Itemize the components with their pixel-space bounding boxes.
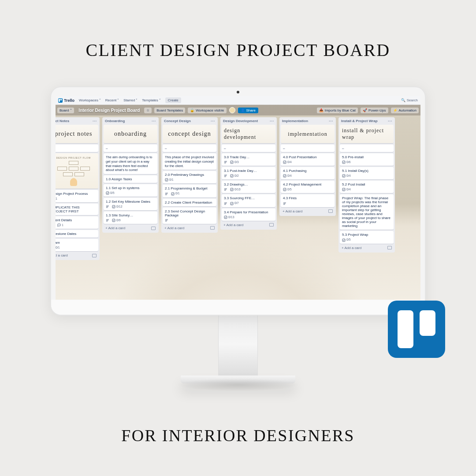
card[interactable]: 1.0 Assign Tasks [104,175,157,183]
card[interactable]: 1.3 Site Survey… 0/9 [104,212,157,224]
add-card-label: + Add a card [105,226,125,230]
share-button[interactable]: 👤 Share [238,108,258,113]
card[interactable]: 4.1 Purchasing 0/4 [281,167,335,179]
trello-brand-text: Trello [64,98,74,103]
nav-recent[interactable]: Recent [105,98,119,102]
card[interactable]: 2.3 Send Concept Design Package [163,208,216,224]
star-button[interactable]: ☆ [144,108,152,113]
card[interactable]: Project Wrap: The final phase of my proj… [340,194,394,230]
workspace-visibility-button[interactable]: 🔒 Workspace visible [188,108,226,113]
svg-rect-13 [165,178,168,181]
add-card-button[interactable]: + Add a card [281,208,335,214]
board-view-label: Board [60,108,69,112]
card-title: 5.1 Install Day(s) [342,169,391,173]
list-cover-card[interactable]: onboarding [104,125,157,143]
separator-card[interactable]: – [222,145,275,152]
separator-card[interactable]: – [104,145,157,152]
card[interactable]: 3.0 Trade Day… 0/3 [222,153,275,166]
card[interactable]: 2.1 Programming & Budget 0/1 [163,185,216,197]
list-menu-button[interactable]: ··· [329,119,333,123]
card-title: 1.3 Site Survey… [106,213,155,217]
list-cover-card[interactable]: install & project wrap [340,125,394,143]
board-title[interactable]: Interior Design Project Board [77,107,141,114]
card[interactable]: 4.0 Post Presentation 0/4 [281,153,335,166]
list-title[interactable]: oject Notes [56,119,69,123]
card[interactable]: Team 0/1 [56,239,98,251]
card[interactable]: 3.1 Post-trade Day… 0/2 [222,167,275,179]
card[interactable]: DUPLICATE THIS PROJECT FIRST [56,204,98,215]
card[interactable]: 3.2 Drawings… 0/10 [222,181,275,193]
list-cover-card[interactable]: implementation [281,125,335,143]
automation-button[interactable]: ⚡ Automation [391,108,419,113]
svg-rect-17 [171,193,174,195]
imports-button[interactable]: 📥 Imports by Blue Cat [317,108,358,113]
powerups-button[interactable]: 🚀 Power-Ups [361,108,388,113]
add-card-button[interactable]: Add a card [56,253,98,258]
checklist-badge: 0/13 [224,216,234,219]
flowchart-card[interactable]: DESIGN PROJECT FLOW [56,153,98,189]
card[interactable]: 4.3 Fires [281,194,335,207]
add-card-label: Add a card [56,253,68,257]
separator-card[interactable]: – [56,145,98,152]
nav-create-button[interactable]: Create [165,97,181,103]
separator-card[interactable]: – [163,145,216,152]
member-avatar[interactable] [229,107,235,113]
board-canvas[interactable]: oject Notes···project notes–DESIGN PROJE… [56,115,420,300]
camera-dot [237,91,239,93]
svg-rect-44 [342,161,345,164]
card-title: Team [56,241,96,245]
svg-rect-32 [231,188,233,191]
card[interactable]: 1.1 Set up in systems 0/5 [104,184,157,197]
card[interactable]: 2.0 Preliminary Drawings 0/1 [163,171,216,183]
card[interactable]: 2.2 Create Client Presentation [163,199,216,206]
list-title[interactable]: Onboarding [105,119,125,123]
card[interactable]: Design Project Process 1 [56,190,98,202]
card[interactable]: 3.4 Prepare for Presentation 0/13 [222,208,275,221]
board-view-button[interactable]: Board ˅ [57,108,74,113]
card[interactable]: 4.2 Project Management 0/5 [281,181,335,193]
nav-workspaces[interactable]: Workspaces [79,98,101,102]
nav-starred[interactable]: Starred [123,98,138,102]
card[interactable]: Client Details 1 [56,216,98,229]
card[interactable]: 5.0 Pre-install 0/6 [340,153,394,166]
list-cover-card[interactable]: design development [222,125,275,143]
card[interactable]: 1.2 Set Key Milestone Dates 0/12 [104,198,157,210]
list: Design Development···design development–… [220,117,277,230]
card-template-icon[interactable] [92,254,97,257]
card-template-icon[interactable] [387,246,392,249]
separator-card[interactable]: – [281,145,335,152]
add-card-button[interactable]: + Add a card [222,222,275,228]
list-title[interactable]: Implementation [282,119,308,123]
list-menu-button[interactable]: ··· [211,119,215,123]
card-template-icon[interactable] [151,227,156,230]
card-template-icon[interactable] [328,209,333,213]
list-cover-card[interactable]: project notes [56,125,98,143]
list-menu-button[interactable]: ··· [93,119,97,123]
nav-templates[interactable]: Templates [142,98,160,102]
card-template-icon[interactable] [269,223,274,227]
add-card-button[interactable]: + Add a card [340,245,394,251]
list-cover-card[interactable]: concept design [163,125,216,143]
card-template-icon[interactable] [210,226,215,230]
list-menu-button[interactable]: ··· [388,119,392,123]
card[interactable]: 5.3 Project Wrap 0/5 [340,231,394,243]
card[interactable]: 5.1 Install Day(s) 0/4 [340,167,394,179]
card[interactable]: 3.3 Sourcing FFE… 0/7 [222,194,275,207]
list-title[interactable]: Concept Design [164,119,191,123]
nav-search[interactable]: 🔍 Search [401,98,418,102]
checklist-badge: 0/9 [112,219,121,222]
add-card-button[interactable]: + Add a card [104,225,157,231]
separator-card[interactable]: – [340,145,394,152]
add-card-button[interactable]: + Add a card [163,225,216,231]
intro-card[interactable]: This phase of the project involved creat… [163,153,216,170]
list-menu-button[interactable]: ··· [152,119,156,123]
trello-logo[interactable]: Trello [58,98,74,103]
list-menu-button[interactable]: ··· [270,119,274,123]
list-title[interactable]: Install & Project Wrap [341,119,378,123]
card[interactable]: 5.2 Post Install 0/4 [340,181,394,193]
intro-card[interactable]: The aim during onboarding is to get your… [104,153,157,174]
card-title: 4.2 Project Management [283,182,332,186]
board-templates-button[interactable]: Board Templates [154,108,185,113]
list-title[interactable]: Design Development [223,119,258,123]
card[interactable]: Milestone Dates [56,230,98,238]
